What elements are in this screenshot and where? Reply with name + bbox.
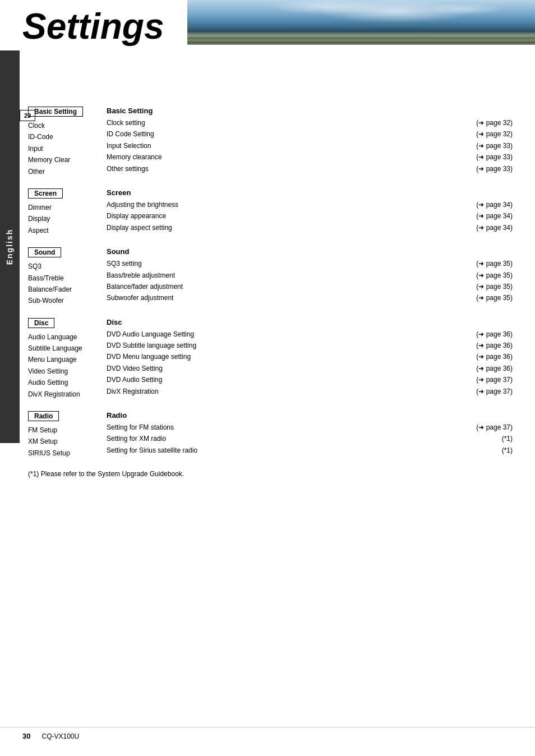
sidebar: English xyxy=(0,50,20,443)
main-content: Basic SettingClockID-CodeInputMemory Cle… xyxy=(28,107,535,511)
left-item-0-0: Clock xyxy=(28,120,101,131)
settings-page-3-4: (➜ page 37) xyxy=(445,374,513,385)
settings-desc-2-2: Balance/fader adjustment xyxy=(107,281,445,292)
settings-page-1-0: (➜ page 34) xyxy=(445,199,513,210)
col-left-4: RadioFM SetupXM SetupSIRIUS Setup xyxy=(28,411,107,459)
left-item-3-1: Subtitle Language xyxy=(28,343,101,354)
settings-row-0-2: Input Selection(➜ page 33) xyxy=(107,140,513,151)
settings-desc-3-4: DVD Audio Setting xyxy=(107,374,445,385)
col-left-1: ScreenDimmerDisplayAspect xyxy=(28,188,107,236)
left-item-0-4: Other xyxy=(28,166,101,177)
settings-row-4-1: Setting for XM radio(*1) xyxy=(107,433,513,444)
settings-page-0-1: (➜ page 32) xyxy=(445,128,513,140)
left-item-3-5: DivX Registration xyxy=(28,389,101,400)
settings-row-3-1: DVD Subtitle language setting(➜ page 36) xyxy=(107,340,513,351)
col-left-0: Basic SettingClockID-CodeInputMemory Cle… xyxy=(28,107,107,177)
settings-page-4-2: (*1) xyxy=(445,445,513,456)
settings-desc-4-1: Setting for XM radio xyxy=(107,433,445,444)
col-right-3: DiscDVD Audio Language Setting(➜ page 36… xyxy=(107,318,513,400)
settings-row-2-2: Balance/fader adjustment(➜ page 35) xyxy=(107,281,513,292)
section-heading-4: Radio xyxy=(107,411,513,420)
settings-page-2-0: (➜ page 35) xyxy=(445,258,513,269)
settings-row-4-2: Setting for Sirius satellite radio(*1) xyxy=(107,445,513,456)
settings-desc-0-2: Input Selection xyxy=(107,140,445,151)
left-item-1-0: Dimmer xyxy=(28,202,101,213)
section-basic-setting: Basic SettingClockID-CodeInputMemory Cle… xyxy=(28,107,513,177)
settings-row-4-0: Setting for FM stations(➜ page 37) xyxy=(107,422,513,433)
section-heading-1: Screen xyxy=(107,188,513,197)
settings-page-2-1: (➜ page 35) xyxy=(445,270,513,281)
settings-page-4-1: (*1) xyxy=(445,433,513,444)
settings-row-3-0: DVD Audio Language Setting(➜ page 36) xyxy=(107,329,513,340)
settings-desc-2-1: Bass/treble adjustment xyxy=(107,270,445,281)
left-item-0-3: Memory Clear xyxy=(28,154,101,165)
left-item-1-1: Display xyxy=(28,213,101,224)
page-header: Settings xyxy=(0,0,535,50)
page-title: Settings xyxy=(22,6,164,47)
settings-desc-3-2: DVD Menu language setting xyxy=(107,351,445,362)
badge-2: Sound xyxy=(28,247,61,257)
settings-page-1-1: (➜ page 34) xyxy=(445,210,513,222)
settings-row-0-4: Other settings(➜ page 33) xyxy=(107,163,513,174)
settings-row-3-2: DVD Menu language setting(➜ page 36) xyxy=(107,351,513,362)
sidebar-label: English xyxy=(6,229,15,265)
settings-desc-1-2: Display aspect setting xyxy=(107,222,445,233)
settings-row-1-2: Display aspect setting(➜ page 34) xyxy=(107,222,513,233)
settings-page-0-4: (➜ page 33) xyxy=(445,163,513,174)
section-heading-3: Disc xyxy=(107,318,513,326)
footer-model: CQ-VX100U xyxy=(41,732,79,740)
left-item-4-0: FM Setup xyxy=(28,425,101,436)
left-item-3-4: Audio Setting xyxy=(28,377,101,388)
badge-4: Radio xyxy=(28,411,59,421)
left-item-3-3: Video Setting xyxy=(28,366,101,377)
footer: 30 CQ-VX100U xyxy=(0,727,535,745)
settings-row-2-0: SQ3 setting(➜ page 35) xyxy=(107,258,513,269)
footer-page-number: 30 xyxy=(22,732,30,740)
settings-desc-2-0: SQ3 setting xyxy=(107,258,445,269)
settings-desc-3-0: DVD Audio Language Setting xyxy=(107,329,445,340)
left-item-3-0: Audio Language xyxy=(28,331,101,343)
section-radio: RadioFM SetupXM SetupSIRIUS SetupRadioSe… xyxy=(28,411,513,459)
settings-page-0-2: (➜ page 33) xyxy=(445,140,513,151)
settings-desc-0-3: Memory clearance xyxy=(107,151,445,163)
settings-page-2-3: (➜ page 35) xyxy=(445,292,513,303)
settings-page-0-0: (➜ page 32) xyxy=(445,117,513,128)
settings-page-3-2: (➜ page 36) xyxy=(445,351,513,362)
settings-desc-0-0: Clock setting xyxy=(107,117,445,128)
settings-desc-1-1: Display appearance xyxy=(107,210,445,222)
settings-page-3-0: (➜ page 36) xyxy=(445,329,513,340)
settings-desc-3-1: DVD Subtitle language setting xyxy=(107,340,445,351)
settings-row-1-0: Adjusting the brightness(➜ page 34) xyxy=(107,199,513,210)
left-item-2-1: Bass/Treble xyxy=(28,273,101,284)
settings-row-3-5: DivX Registration(➜ page 37) xyxy=(107,386,513,397)
settings-row-3-4: DVD Audio Setting(➜ page 37) xyxy=(107,374,513,385)
settings-page-3-3: (➜ page 36) xyxy=(445,363,513,374)
section-screen: ScreenDimmerDisplayAspectScreenAdjusting… xyxy=(28,188,513,236)
left-item-0-2: Input xyxy=(28,143,101,154)
settings-row-0-0: Clock setting(➜ page 32) xyxy=(107,117,513,128)
left-item-2-2: Balance/Fader xyxy=(28,284,101,295)
settings-row-3-3: DVD Video Setting(➜ page 36) xyxy=(107,363,513,374)
settings-page-1-2: (➜ page 34) xyxy=(445,222,513,233)
col-left-2: SoundSQ3Bass/TrebleBalance/FaderSub-Woof… xyxy=(28,247,107,307)
badge-0: Basic Setting xyxy=(28,107,83,117)
settings-page-0-3: (➜ page 33) xyxy=(445,151,513,163)
section-heading-0: Basic Setting xyxy=(107,107,513,115)
col-left-3: DiscAudio LanguageSubtitle LanguageMenu … xyxy=(28,318,107,400)
left-item-2-0: SQ3 xyxy=(28,261,101,272)
settings-row-1-1: Display appearance(➜ page 34) xyxy=(107,210,513,222)
settings-desc-0-1: ID Code Setting xyxy=(107,128,445,140)
settings-desc-1-0: Adjusting the brightness xyxy=(107,199,445,210)
settings-desc-0-4: Other settings xyxy=(107,163,445,174)
settings-desc-4-2: Setting for Sirius satellite radio xyxy=(107,445,445,456)
badge-1: Screen xyxy=(28,188,63,199)
settings-page-3-1: (➜ page 36) xyxy=(445,340,513,351)
header-photo xyxy=(187,0,535,45)
col-right-1: ScreenAdjusting the brightness(➜ page 34… xyxy=(107,188,513,236)
left-item-0-1: ID-Code xyxy=(28,131,101,142)
settings-page-4-0: (➜ page 37) xyxy=(445,422,513,433)
left-item-4-1: XM Setup xyxy=(28,436,101,447)
settings-row-0-1: ID Code Setting(➜ page 32) xyxy=(107,128,513,140)
settings-desc-3-3: DVD Video Setting xyxy=(107,363,445,374)
col-right-4: RadioSetting for FM stations(➜ page 37)S… xyxy=(107,411,513,459)
